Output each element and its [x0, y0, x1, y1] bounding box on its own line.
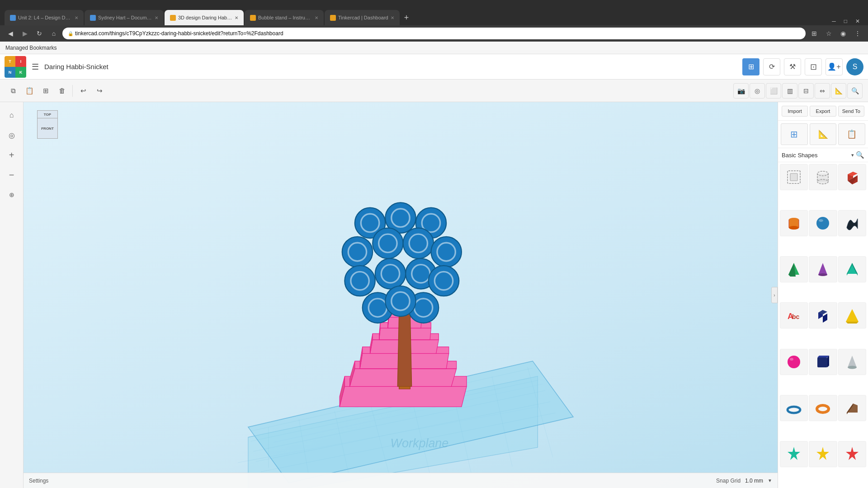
- tinkercad-logo[interactable]: T I N K: [5, 56, 26, 78]
- tab-3-close[interactable]: ✕: [235, 15, 238, 20]
- shape-teal-prism[interactable]: [838, 256, 866, 282]
- shapes-library-button[interactable]: ⊡: [805, 58, 822, 75]
- minimize-button[interactable]: ─: [828, 17, 840, 25]
- svg-marker-18: [340, 386, 467, 407]
- zoom-in-button[interactable]: +: [4, 147, 19, 163]
- menu-button[interactable]: ⋮: [852, 28, 863, 39]
- tab-2-close[interactable]: ✕: [155, 15, 158, 20]
- tab-4[interactable]: Bubble stand – Instructables ✕: [245, 10, 324, 25]
- shape-red-text[interactable]: Abc: [780, 302, 808, 328]
- refresh-button[interactable]: ↻: [33, 28, 45, 39]
- shape-gray-cone[interactable]: [838, 349, 866, 375]
- notes-view-icon[interactable]: 📋: [838, 123, 865, 145]
- ruler-view-icon[interactable]: 📐: [810, 123, 837, 145]
- shapes-dropdown-button[interactable]: ▾: [851, 152, 854, 158]
- tab-4-label: Bubble stand – Instructables: [258, 15, 312, 20]
- camera-home-button[interactable]: 📷: [733, 83, 749, 99]
- panel-collapse-handle[interactable]: ›: [771, 287, 778, 303]
- lock-icon: 🔒: [68, 31, 73, 36]
- waypoint-button[interactable]: ◎: [750, 83, 765, 99]
- user-add-button[interactable]: 👤+: [826, 58, 843, 75]
- shape-purple-cone[interactable]: [809, 256, 837, 282]
- svg-marker-111: [816, 447, 829, 460]
- shape-navy-wavy[interactable]: [838, 210, 866, 236]
- inspect-button[interactable]: 🔍: [847, 83, 863, 99]
- svg-point-72: [817, 179, 828, 184]
- orbit-button[interactable]: ◎: [4, 127, 19, 143]
- import-button[interactable]: Import: [782, 106, 808, 117]
- bookmark-button[interactable]: ☆: [823, 28, 835, 39]
- shape-green-pyramid[interactable]: [780, 256, 808, 282]
- svg-marker-103: [848, 356, 857, 367]
- shape-star-yellow[interactable]: [809, 441, 837, 467]
- app-container: T I N K ☰ Daring Habbi-Snicket ⊞ ⟳ ⚒ ⊡ 👤…: [0, 54, 868, 488]
- bookmarks-bar: Managed Bookmarks: [0, 42, 868, 54]
- send-to-button[interactable]: Send To: [838, 106, 864, 117]
- shape-red-box[interactable]: [838, 164, 866, 190]
- home-view-button[interactable]: ⌂: [4, 108, 19, 123]
- tab-1-close[interactable]: ✕: [75, 15, 78, 20]
- shape-hole-box[interactable]: [780, 164, 808, 190]
- delete-button[interactable]: 🗑: [54, 83, 70, 99]
- tab-3[interactable]: 3D design Daring Habbi-Snic... ✕: [165, 10, 244, 25]
- shape-star-red[interactable]: [838, 441, 866, 467]
- grid-view-button[interactable]: ⊞: [742, 58, 760, 75]
- tab-5[interactable]: Tinkercad | Dashboard ✕: [325, 10, 400, 25]
- tab-1[interactable]: Unit 2: L4 – Design Documen... ✕: [5, 10, 84, 25]
- settings-button[interactable]: Settings: [29, 478, 48, 484]
- shape-dark-box[interactable]: [809, 302, 837, 328]
- shape-yellow-pyramid[interactable]: [838, 302, 866, 328]
- svg-point-59: [434, 272, 453, 290]
- toggle-button[interactable]: ⟳: [763, 58, 780, 75]
- redo-button[interactable]: ↪: [92, 83, 107, 99]
- svg-text:bc: bc: [792, 313, 800, 320]
- avatar[interactable]: S: [846, 58, 863, 75]
- forward-button[interactable]: ▶: [19, 28, 31, 39]
- shape-torus-orange[interactable]: [809, 395, 837, 421]
- shape-orange-cylinder[interactable]: [780, 210, 808, 236]
- tab-4-close[interactable]: ✕: [315, 15, 318, 20]
- ruler-button[interactable]: 📐: [831, 83, 846, 99]
- undo-button[interactable]: ↩: [75, 83, 91, 99]
- tab-2[interactable]: Sydney Hart – Documentation... ✕: [85, 10, 164, 25]
- duplicate-button[interactable]: ⊞: [38, 83, 53, 99]
- shape-blue-sphere[interactable]: [809, 210, 837, 236]
- svg-point-41: [392, 209, 410, 227]
- maximize-button[interactable]: □: [840, 17, 851, 25]
- mirror-button[interactable]: ⇔: [815, 83, 830, 99]
- shape-torus-blue[interactable]: [780, 395, 808, 421]
- extensions-button[interactable]: ⊞: [808, 28, 820, 39]
- export-button[interactable]: Export: [810, 106, 836, 117]
- address-bar[interactable]: 🔒 tinkercad.com/things/cT9CpYzkzzc-darin…: [62, 28, 806, 39]
- fit-all-button[interactable]: ⊕: [4, 187, 19, 202]
- svg-marker-95: [823, 314, 827, 323]
- shapes-search-button[interactable]: 🔍: [856, 151, 864, 159]
- hamburger-menu-button[interactable]: ☰: [30, 60, 41, 74]
- new-tab-button[interactable]: +: [401, 11, 413, 24]
- home-button[interactable]: ⌂: [48, 28, 60, 39]
- tools-button[interactable]: ⚒: [784, 58, 801, 75]
- copy-button[interactable]: ⧉: [5, 83, 21, 99]
- shape-magenta-sphere[interactable]: [780, 349, 808, 375]
- rect-select-button[interactable]: ▥: [782, 83, 797, 99]
- shape-star-teal[interactable]: [780, 441, 808, 467]
- paste-button[interactable]: 📋: [22, 83, 37, 99]
- bookmarks-label: Managed Bookmarks: [5, 45, 57, 51]
- align-button[interactable]: ⊟: [798, 83, 814, 99]
- shape-brown-wedge[interactable]: [838, 395, 866, 421]
- select-button[interactable]: ⬜: [766, 83, 781, 99]
- close-button[interactable]: ✕: [852, 17, 863, 25]
- tab-3-label: 3D design Daring Habbi-Snic...: [178, 15, 232, 20]
- shape-navy-box2[interactable]: [809, 349, 837, 375]
- snap-grid-dropdown[interactable]: ▼: [768, 478, 772, 483]
- viewport[interactable]: TOP FRONT: [24, 102, 778, 488]
- grid-view-icon[interactable]: ⊞: [781, 123, 808, 145]
- svg-point-45: [348, 243, 366, 261]
- profile-button[interactable]: ◉: [837, 28, 849, 39]
- zoom-out-button[interactable]: −: [4, 167, 19, 183]
- svg-point-47: [379, 234, 397, 252]
- shape-hole-cylinder[interactable]: [809, 164, 837, 190]
- edit-toolbar: ⧉ 📋 ⊞ 🗑 ↩ ↪ 📷 ◎ ⬜ ▥ ⊟ ⇔ 📐 🔍: [0, 80, 868, 102]
- back-button[interactable]: ◀: [5, 28, 16, 39]
- tab-5-close[interactable]: ✕: [391, 15, 394, 20]
